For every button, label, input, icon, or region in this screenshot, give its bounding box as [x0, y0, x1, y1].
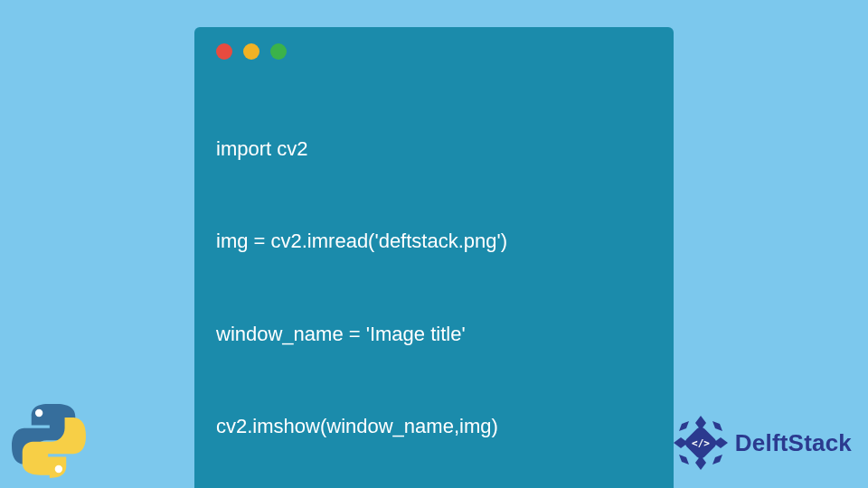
- code-window: import cv2 img = cv2.imread('deftstack.p…: [194, 27, 674, 488]
- brand-name: DelftStack: [735, 429, 852, 457]
- svg-point-1: [55, 465, 62, 473]
- code-line: import cv2: [216, 134, 652, 164]
- close-icon: [216, 43, 232, 60]
- minimize-icon: [243, 43, 259, 60]
- code-line: img = cv2.imread('deftstack.png'): [216, 226, 652, 257]
- svg-text:</>: </>: [692, 437, 710, 449]
- code-line: window_name = 'Image title': [216, 319, 652, 350]
- svg-point-0: [35, 409, 42, 417]
- maximize-icon: [270, 43, 287, 60]
- code-block: import cv2 img = cv2.imread('deftstack.p…: [216, 72, 652, 488]
- delftstack-emblem-icon: </>: [672, 414, 730, 472]
- delftstack-logo: </> DelftStack: [672, 414, 852, 472]
- code-line: cv2.imshow(window_name,img): [216, 411, 652, 442]
- python-logo-icon: [7, 399, 90, 483]
- window-traffic-lights: [216, 43, 652, 60]
